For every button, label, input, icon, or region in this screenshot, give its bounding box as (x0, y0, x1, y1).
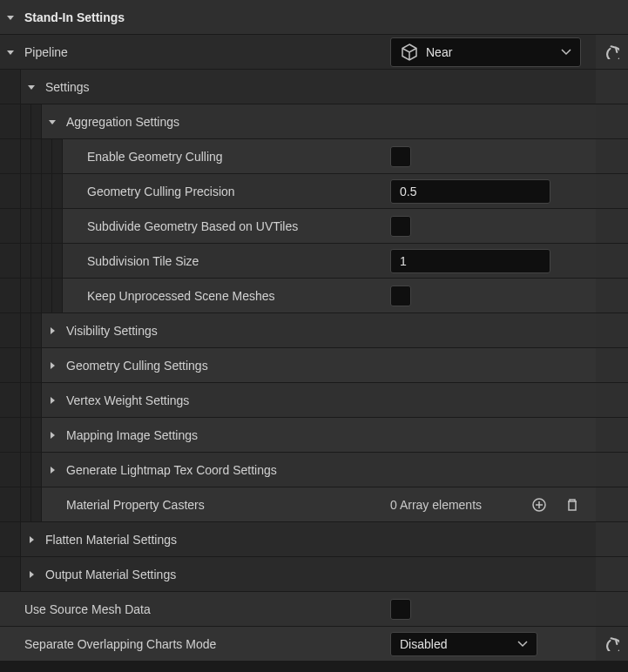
glts-label: Generate Lightmap Tex Coord Settings (63, 463, 277, 477)
collapse-arrow-icon[interactable] (21, 82, 42, 92)
gcs-label: Geometry Culling Settings (63, 359, 208, 373)
keep-unprocessed-label: Keep Unprocessed Scene Meshes (84, 289, 275, 303)
chevron-down-icon (517, 639, 528, 649)
expand-arrow-icon[interactable] (42, 395, 63, 406)
clear-array-button[interactable] (562, 494, 583, 515)
geometry-culling-precision-row: Geometry Culling Precision (0, 174, 628, 209)
pipeline-value: Near (426, 45, 452, 59)
usmd-label: Use Source Mesh Data (21, 602, 151, 616)
enable-gc-label: Enable Geometry Culling (84, 150, 223, 164)
visibility-settings-row[interactable]: Visibility Settings (0, 313, 628, 348)
vertex-weight-settings-row[interactable]: Vertex Weight Settings (0, 383, 628, 418)
expand-arrow-icon[interactable] (21, 534, 42, 545)
settings-label: Settings (42, 80, 90, 94)
subdiv-uv-label: Subdivide Geometry Based on UVTiles (84, 219, 298, 233)
separate-overlapping-charts-row: Separate Overlapping Charts Mode Disable… (0, 627, 628, 662)
subdivision-tile-size-row: Subdivision Tile Size (0, 244, 628, 279)
reset-button[interactable] (602, 634, 623, 655)
pipeline-dropdown[interactable]: Near (390, 37, 581, 67)
subdivide-uvtiles-row: Subdivide Geometry Based on UVTiles (0, 209, 628, 244)
mis-label: Mapping Image Settings (63, 428, 198, 442)
use-source-mesh-data-row: Use Source Mesh Data (0, 592, 628, 627)
settings-header[interactable]: Settings (0, 70, 628, 104)
expand-arrow-icon[interactable] (42, 360, 63, 371)
fms-label: Flatten Material Settings (42, 533, 177, 547)
socm-label: Separate Overlapping Charts Mode (21, 637, 216, 651)
enable-gc-checkbox[interactable] (390, 146, 411, 167)
collapse-arrow-icon[interactable] (0, 12, 21, 23)
subdiv-tile-input[interactable] (390, 249, 550, 273)
mapping-image-settings-row[interactable]: Mapping Image Settings (0, 418, 628, 453)
pipeline-row: Pipeline Near (0, 35, 628, 70)
vws-label: Vertex Weight Settings (63, 393, 189, 407)
cube-icon (400, 43, 419, 62)
usmd-checkbox[interactable] (390, 599, 411, 620)
oms-label: Output Material Settings (42, 568, 176, 581)
keep-unprocessed-checkbox[interactable] (390, 286, 411, 306)
gcp-input[interactable] (390, 179, 550, 204)
expand-arrow-icon[interactable] (42, 430, 63, 440)
keep-unprocessed-row: Keep Unprocessed Scene Meshes (0, 279, 628, 313)
standin-title: Stand-In Settings (21, 10, 125, 24)
chevron-down-icon (561, 47, 571, 57)
collapse-arrow-icon[interactable] (42, 117, 63, 127)
reset-button[interactable] (602, 42, 623, 63)
expand-arrow-icon[interactable] (21, 569, 42, 580)
output-material-settings-row[interactable]: Output Material Settings (0, 557, 628, 592)
aggregation-settings-row[interactable]: Aggregation Settings (0, 104, 628, 139)
mpc-value: 0 Array elements (390, 498, 482, 512)
geometry-culling-settings-row[interactable]: Geometry Culling Settings (0, 348, 628, 383)
visibility-label: Visibility Settings (63, 324, 158, 338)
subdiv-uv-checkbox[interactable] (390, 216, 411, 237)
generate-lightmap-settings-row[interactable]: Generate Lightmap Tex Coord Settings (0, 453, 628, 487)
material-property-casters-row: Material Property Casters 0 Array elemen… (0, 487, 628, 522)
pipeline-label: Pipeline (21, 45, 68, 59)
separate-charts-dropdown[interactable]: Disabled (390, 632, 537, 656)
standin-settings-header[interactable]: Stand-In Settings (0, 0, 628, 35)
expand-arrow-icon[interactable] (42, 465, 63, 475)
aggregation-label: Aggregation Settings (63, 115, 179, 129)
enable-geometry-culling-row: Enable Geometry Culling (0, 139, 628, 174)
socm-value: Disabled (400, 637, 447, 651)
subdiv-tile-label: Subdivision Tile Size (84, 254, 199, 268)
collapse-arrow-icon[interactable] (0, 47, 21, 57)
add-array-element-button[interactable] (529, 494, 550, 515)
expand-arrow-icon[interactable] (42, 326, 63, 336)
gcp-label: Geometry Culling Precision (84, 185, 235, 198)
flatten-material-settings-row[interactable]: Flatten Material Settings (0, 522, 628, 557)
mpc-label: Material Property Casters (63, 498, 205, 512)
